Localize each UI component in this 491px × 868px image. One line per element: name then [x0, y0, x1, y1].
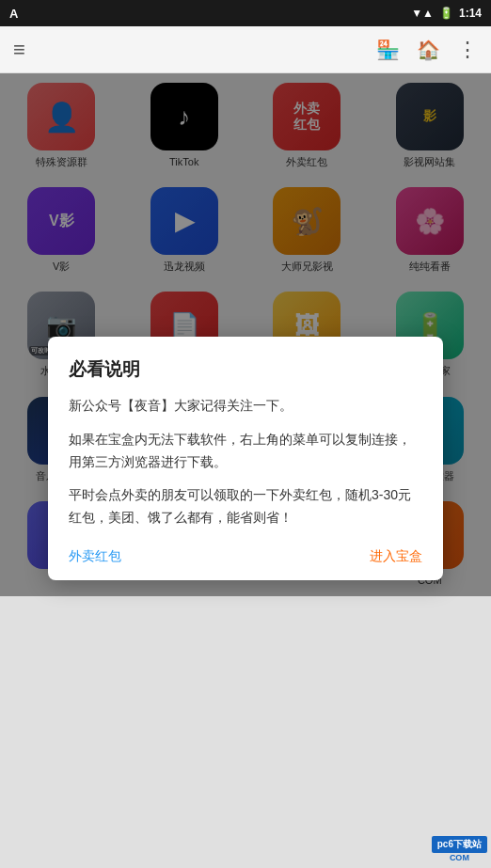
app-grid-container: 👤 特殊资源群 ♪ TikTok 外卖红包 外卖红包 影 影视网站集 V影 — [0, 73, 491, 596]
modal-title: 必看说明 — [69, 357, 422, 382]
menu-icon[interactable]: ≡ — [13, 38, 25, 62]
modal-dialog: 必看说明 新公众号【夜音】大家记得关注一下。 如果在宝盒内无法下载软件，右上角的… — [48, 337, 443, 580]
modal-link-waimai[interactable]: 外卖红包 — [69, 548, 121, 565]
home-icon[interactable]: 🏠 — [417, 39, 440, 61]
time-display: 1:14 — [459, 7, 482, 20]
modal-paragraph-2: 如果在宝盒内无法下载软件，右上角的菜单可以复制连接，用第三方浏览器进行下载。 — [69, 429, 422, 474]
toolbar: ≡ 🏪 🏠 ⋮ — [0, 26, 491, 73]
modal-backdrop[interactable]: 必看说明 新公众号【夜音】大家记得关注一下。 如果在宝盒内无法下载软件，右上角的… — [0, 73, 491, 596]
modal-footer: 外卖红包 进入宝盒 — [69, 544, 422, 565]
android-icon: A — [9, 7, 18, 21]
watermark-site: pc6下载站 — [432, 836, 487, 853]
watermark: pc6下载站 COM — [432, 836, 487, 862]
status-bar-right: ▼▲ 🔋 1:14 — [411, 7, 482, 20]
status-bar: A ▼▲ 🔋 1:14 — [0, 0, 491, 26]
modal-body: 新公众号【夜音】大家记得关注一下。 如果在宝盒内无法下载软件，右上角的菜单可以复… — [69, 395, 422, 529]
modal-paragraph-1: 新公众号【夜音】大家记得关注一下。 — [69, 395, 422, 418]
modal-link-baohezi[interactable]: 进入宝盒 — [370, 548, 422, 565]
status-bar-left: A — [9, 7, 18, 21]
toolbar-right-icons: 🏪 🏠 ⋮ — [376, 38, 478, 62]
store-icon[interactable]: 🏪 — [376, 39, 400, 61]
more-icon[interactable]: ⋮ — [457, 38, 478, 62]
modal-paragraph-3: 平时会点外卖的朋友可以领取的一下外卖红包，随机3-30元红包，美团、饿了么都有，… — [69, 484, 422, 529]
wifi-icon: ▼▲ — [411, 7, 434, 20]
battery-icon: 🔋 — [439, 7, 453, 20]
watermark-com: COM — [432, 853, 487, 862]
